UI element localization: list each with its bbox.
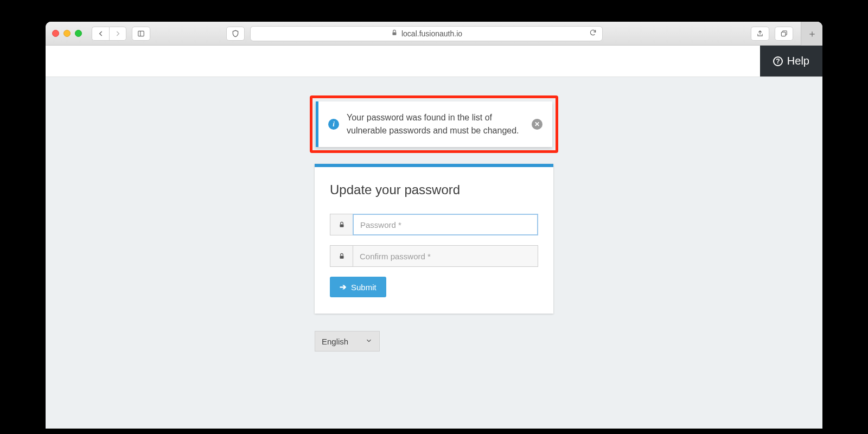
submit-button[interactable]: ➔ Submit [330,277,386,297]
share-button[interactable] [751,27,769,41]
password-update-card: Update your password ➔ Submit [315,164,553,314]
window-controls [52,30,82,37]
confirm-password-field-row [330,245,538,267]
svg-rect-4 [340,224,343,227]
password-field-row [330,214,538,235]
share-icon [756,30,764,37]
help-icon: ? [773,56,783,66]
annotation-highlight: i Your password was found in the list of… [310,95,558,153]
shield-icon [232,30,239,37]
new-tab-button[interactable]: ＋ [801,22,822,46]
svg-rect-0 [138,31,144,36]
zoom-window-button[interactable] [75,30,82,37]
help-button[interactable]: ? Help [760,46,822,76]
app-header: ? Help [46,46,822,77]
forward-button[interactable] [109,27,126,41]
alert-close-button[interactable]: ✕ [532,119,542,130]
close-icon: ✕ [534,120,540,128]
info-alert: i Your password was found in the list of… [316,101,552,147]
reload-icon [589,29,597,36]
svg-rect-5 [340,256,343,258]
language-label: English [322,337,348,346]
plus-icon: ＋ [807,27,817,40]
back-button[interactable] [92,27,109,41]
svg-rect-3 [781,32,786,36]
arrow-right-icon: ➔ [340,282,347,292]
info-icon: i [328,119,339,130]
chevron-right-icon [114,30,122,37]
address-bar[interactable]: local.fusionauth.io [250,26,603,41]
submit-label: Submit [351,283,376,292]
lock-icon [391,29,398,38]
card-title: Update your password [330,182,538,197]
address-text: local.fusionauth.io [401,29,462,38]
close-window-button[interactable] [52,30,59,37]
privacy-shield-button[interactable] [226,27,245,41]
sidebar-toggle-button[interactable] [132,27,150,41]
minimize-window-button[interactable] [63,30,71,37]
browser-chrome: local.fusionauth.io ＋ [46,22,822,46]
confirm-password-input[interactable] [353,245,538,267]
help-label: Help [787,55,809,67]
browser-window: local.fusionauth.io ＋ ? Help [46,22,822,429]
tabs-icon [780,30,788,37]
lock-icon [330,245,353,267]
password-input[interactable] [353,214,538,235]
chevron-down-icon [365,337,373,346]
alert-message: Your password was found in the list of v… [347,111,524,137]
chevron-left-icon [97,30,105,37]
sidebar-icon [137,30,145,37]
language-select[interactable]: English [315,331,380,352]
svg-rect-2 [392,32,396,35]
lock-icon [330,214,353,235]
tabs-button[interactable] [775,27,793,41]
page-body: i Your password was found in the list of… [46,77,822,429]
reload-button[interactable] [589,29,597,38]
